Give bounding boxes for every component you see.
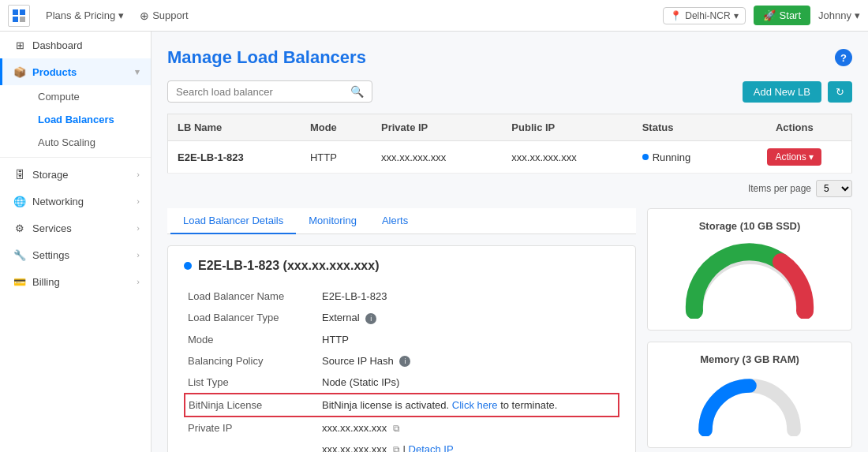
main-layout: ⊞ Dashboard 📦 Products ▾ Compute Load Ba… [0, 32, 868, 452]
user-menu[interactable]: Johnny ▾ [818, 9, 860, 21]
plans-pricing-label: Plans & Pricing [46, 9, 115, 21]
public-ip-copy-icon[interactable]: ⧉ [393, 444, 400, 452]
sidebar-item-dashboard[interactable]: ⊞ Dashboard [0, 32, 151, 58]
networking-icon: 🌐 [13, 195, 26, 207]
label-public-ip: Public IP [185, 439, 319, 452]
col-actions: Actions [738, 114, 852, 141]
sidebar-products-label: Products [32, 66, 77, 78]
detail-title: E2E-LB-1-823 (xxx.xx.xxx.xxx) [198, 259, 379, 273]
sidebar-item-services[interactable]: ⚙ Services › [0, 215, 151, 241]
settings-icon: 🔧 [13, 248, 26, 261]
sidebar-item-compute[interactable]: Compute [30, 85, 151, 108]
items-per-page-select[interactable]: 5 10 25 [816, 180, 852, 197]
products-chevron-icon: ▾ [135, 67, 140, 77]
region-selector[interactable]: 📍 Delhi-NCR ▾ [663, 7, 745, 24]
detail-row-public-ip: Public IP xxx.xx.xxx.xxx ⧉ | Detach IP W… [185, 439, 619, 452]
memory-gauge [659, 373, 840, 436]
sidebar-item-products[interactable]: 📦 Products ▾ [0, 58, 151, 85]
support-label: Support [152, 9, 189, 21]
dashboard-icon: ⊞ [13, 39, 26, 51]
svg-rect-3 [20, 17, 25, 22]
user-chevron-icon: ▾ [855, 9, 860, 21]
sidebar-item-load-balancers[interactable]: Load Balancers [30, 108, 151, 131]
detail-tabs: Load Balancer Details Monitoring Alerts [167, 208, 636, 234]
bitninja-click-here-link[interactable]: Click here [452, 399, 498, 411]
products-icon: 📦 [13, 65, 26, 78]
lb-table: LB Name Mode Private IP Public IP Status… [167, 114, 852, 174]
refresh-button[interactable]: ↻ [828, 81, 852, 103]
search-icon: 🔍 [350, 85, 364, 98]
networking-chevron-icon: › [137, 196, 140, 206]
value-private-ip: xxx.xx.xxx.xxx ⧉ [319, 417, 619, 439]
storage-gauge-card: Storage (10 GB SSD) [647, 208, 852, 331]
label-bitninja: BitNinja License [185, 394, 319, 417]
lb-name-cell: E2E-LB-1-823 [168, 141, 301, 174]
action-buttons: Add New LB ↻ [743, 81, 852, 103]
lb-private-ip-cell: xxx.xx.xxx.xxx [372, 141, 502, 174]
detach-ip-link[interactable]: Detach IP [409, 443, 454, 452]
user-label: Johnny [818, 9, 851, 21]
storage-chevron-icon: › [137, 170, 140, 179]
svg-rect-1 [20, 9, 25, 15]
sidebar-item-networking[interactable]: 🌐 Networking › [0, 188, 151, 215]
detail-header: E2E-LB-1-823 (xxx.xx.xxx.xxx) [184, 259, 619, 273]
detail-row-bitninja: BitNinja License BitNinja license is act… [185, 394, 619, 417]
page-header: Manage Load Balancers ? [167, 47, 852, 68]
memory-gauge-card: Memory (3 GB RAM) [647, 342, 852, 448]
items-per-page-label: Items per page [748, 183, 811, 194]
sidebar-item-billing[interactable]: 💳 Billing › [0, 268, 151, 295]
region-chevron-icon: ▾ [734, 10, 739, 21]
value-list-type: Node (Static IPs) [319, 372, 619, 394]
value-mode: HTTP [319, 329, 619, 350]
support-nav[interactable]: ⊕ Support [140, 9, 189, 22]
detail-row-list-type: List Type Node (Static IPs) [185, 372, 619, 394]
table-row: E2E-LB-1-823 HTTP xxx.xx.xxx.xxx xxx.xx.… [168, 141, 852, 174]
plans-pricing-nav[interactable]: Plans & Pricing ▾ [46, 9, 124, 21]
start-button[interactable]: 🚀 Start [754, 6, 810, 25]
sidebar-settings-label: Settings [32, 249, 69, 261]
add-new-lb-button[interactable]: Add New LB [743, 81, 821, 103]
storage-gauge [659, 240, 840, 319]
status-label: Running [653, 151, 690, 163]
value-public-ip: xxx.xx.xxx.xxx ⧉ | Detach IP Want to res… [319, 439, 619, 452]
col-mode: Mode [301, 114, 372, 141]
billing-chevron-icon: › [137, 277, 140, 286]
detail-info-table: Load Balancer Name E2E-LB-1-823 Load Bal… [184, 286, 619, 452]
private-ip-copy-icon[interactable]: ⧉ [393, 423, 400, 434]
start-label: Start [780, 9, 801, 21]
logo [8, 5, 30, 27]
sidebar-item-settings[interactable]: 🔧 Settings › [0, 241, 151, 268]
sidebar-dashboard-label: Dashboard [32, 39, 83, 51]
tab-monitoring[interactable]: Monitoring [296, 208, 369, 234]
sidebar-storage-label: Storage [32, 169, 69, 181]
status-dot [642, 154, 649, 160]
tab-lb-details[interactable]: Load Balancer Details [170, 208, 296, 234]
lb-status-cell: Running [633, 141, 738, 174]
label-private-ip: Private IP [185, 417, 319, 439]
col-status: Status [633, 114, 738, 141]
col-lb-name: LB Name [168, 114, 301, 141]
policy-info-icon: i [399, 356, 410, 367]
page-title: Manage Load Balancers [167, 47, 366, 68]
lb-type-info-icon: i [365, 313, 376, 324]
search-input[interactable] [176, 86, 350, 98]
lb-mode-cell: HTTP [301, 141, 372, 174]
sidebar-item-storage[interactable]: 🗄 Storage › [0, 161, 151, 188]
label-mode: Mode [185, 329, 319, 350]
detail-section: Load Balancer Details Monitoring Alerts … [167, 208, 636, 452]
detail-row-policy: Balancing Policy Source IP Hash i [185, 350, 619, 372]
sidebar-billing-label: Billing [32, 276, 60, 288]
lb-public-ip-cell: xxx.xx.xxx.xxx [502, 141, 632, 174]
actions-dropdown-button[interactable]: Actions ▾ [767, 148, 821, 166]
top-nav-right: 📍 Delhi-NCR ▾ 🚀 Start Johnny ▾ [663, 6, 860, 25]
sidebar-networking-label: Networking [32, 196, 84, 207]
svg-rect-2 [13, 17, 18, 22]
label-lb-type: Load Balancer Type [185, 307, 319, 329]
top-navbar: Plans & Pricing ▾ ⊕ Support 📍 Delhi-NCR … [0, 0, 868, 32]
col-private-ip: Private IP [372, 114, 502, 141]
value-policy: Source IP Hash i [319, 350, 619, 372]
tab-alerts[interactable]: Alerts [369, 208, 421, 234]
sidebar-item-auto-scaling[interactable]: Auto Scaling [30, 131, 151, 154]
sidebar-services-label: Services [32, 222, 72, 234]
help-icon[interactable]: ? [835, 49, 852, 66]
